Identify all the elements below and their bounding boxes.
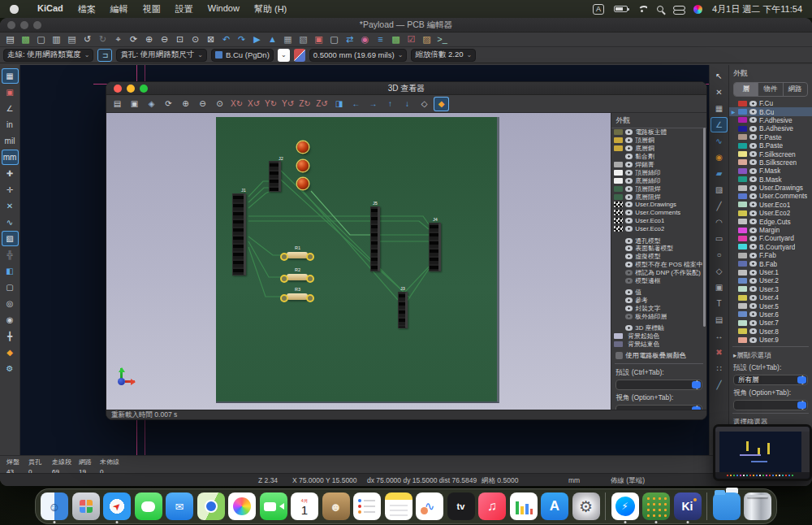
layer-row[interactable]: ▶ F.Cu <box>729 99 812 107</box>
layer-color-swatch[interactable] <box>738 236 747 241</box>
finder-icon[interactable]: ☺ <box>41 492 68 520</box>
layer-dropdown-button[interactable]: ⌄ <box>278 49 290 62</box>
visibility-eye-icon[interactable] <box>749 159 757 165</box>
pcb-app-icon[interactable] <box>642 492 670 520</box>
layer-display-options[interactable]: ▸層顯示選項 <box>729 349 812 362</box>
rotate-x-cw-icon[interactable]: X↻ <box>229 97 244 111</box>
photos-icon[interactable] <box>228 492 256 520</box>
layer-row[interactable]: ▶ B.Fab <box>729 259 812 267</box>
layer-row[interactable]: ▶ User.7 <box>729 319 812 327</box>
visibility-eye-icon[interactable] <box>749 151 757 157</box>
mirror-v-icon[interactable]: ▲ <box>266 33 279 46</box>
layer-color-swatch[interactable] <box>738 185 747 191</box>
facetime-icon[interactable] <box>260 492 287 520</box>
ungroup-icon[interactable]: ▧ <box>296 33 310 46</box>
layer-row[interactable]: ▶ User.9 <box>729 336 812 344</box>
layer-color-swatch[interactable] <box>738 337 747 343</box>
units-inch-icon[interactable]: in <box>2 117 19 132</box>
pads-display-icon[interactable]: ◎ <box>2 296 19 311</box>
via-display-icon[interactable]: ◉ <box>2 312 19 328</box>
interactive-tools-icon[interactable]: ⚙ <box>2 361 19 376</box>
rotate-ccw-icon[interactable]: ↶ <box>219 33 233 46</box>
refresh-view-icon[interactable]: ⟳ <box>161 97 176 111</box>
layer-row[interactable]: ▶ B.Mask <box>729 176 812 184</box>
place-via-icon[interactable]: ◉ <box>710 150 728 165</box>
menu-settings[interactable]: 設置 <box>175 3 193 15</box>
update-pcb-icon[interactable]: ▩ <box>389 33 403 46</box>
rotate-y-cw-icon[interactable]: Y↻ <box>263 97 279 111</box>
safari-icon[interactable]: ➤ <box>103 492 131 520</box>
layer-row[interactable]: ▶ User.Drawings <box>729 184 812 192</box>
refresh-icon[interactable]: ⟳ <box>127 33 140 46</box>
menu-help[interactable]: 幫助 (H) <box>254 3 287 15</box>
layer-color-swatch[interactable] <box>738 168 747 174</box>
apple-menu-icon[interactable] <box>10 5 19 14</box>
scrollbar[interactable] <box>703 128 706 327</box>
delete-tool-icon[interactable]: ✖ <box>710 345 728 360</box>
print-icon[interactable]: ▥ <box>50 33 63 46</box>
dock-separator[interactable] <box>706 492 707 520</box>
active-layer-select[interactable]: B.Cu (PgDn) <box>211 49 274 62</box>
visibility-eye-icon[interactable] <box>625 218 633 223</box>
layer-color-swatch[interactable] <box>738 159 747 165</box>
group-icon[interactable]: ▦ <box>281 33 295 46</box>
find-icon[interactable]: ⌖ <box>111 33 125 46</box>
pcb-titlebar[interactable]: *Payload — PCB 編輯器 <box>0 18 812 33</box>
visibility-eye-icon[interactable] <box>625 162 633 167</box>
freeform-icon[interactable]: ∿ <box>416 492 443 520</box>
outline-mode-icon[interactable]: ▢ <box>2 280 19 295</box>
footprint-display-icon[interactable]: ◧ <box>2 263 19 279</box>
viewer-layer-row[interactable]: 板外絲印層 <box>611 313 706 321</box>
layer-color-swatch[interactable] <box>738 101 747 106</box>
visibility-eye-icon[interactable] <box>625 245 633 251</box>
ratsnest-icon[interactable]: ✕ <box>2 198 19 214</box>
visibility-eye-icon[interactable] <box>625 194 633 200</box>
maps-icon[interactable] <box>197 492 225 520</box>
layer-row[interactable]: ▶ User.Comments <box>729 192 812 200</box>
viewer-layer-row[interactable]: User.Comments <box>611 209 706 217</box>
zoom-in-icon[interactable]: ⊕ <box>178 97 193 111</box>
visibility-eye-icon[interactable] <box>625 170 633 176</box>
visibility-eye-icon[interactable] <box>749 244 757 249</box>
visibility-eye-icon[interactable] <box>749 101 757 106</box>
layer-color-swatch[interactable] <box>738 311 747 317</box>
zoom-fit-icon[interactable]: ⊡ <box>173 33 187 46</box>
visibility-eye-icon[interactable] <box>749 228 757 233</box>
curved-ratsnest-icon[interactable]: ∿ <box>2 215 19 230</box>
viewer-layer-row[interactable]: 頂層銅 <box>611 137 706 145</box>
visibility-eye-icon[interactable] <box>625 226 633 232</box>
layer-row[interactable]: ▶ Margin <box>729 226 812 234</box>
layer-row[interactable]: ▶ B.Cu <box>729 107 812 115</box>
layer-color-swatch[interactable] <box>738 303 747 309</box>
contacts-icon[interactable]: ☻ <box>322 492 350 520</box>
visibility-eye-icon[interactable] <box>625 262 633 267</box>
scripting-console-icon[interactable]: >_ <box>435 33 449 46</box>
viewer-layer-row[interactable]: 電路板主體 <box>611 128 706 137</box>
layer-color-swatch[interactable] <box>738 202 747 207</box>
rotate-cw-icon[interactable]: ↷ <box>235 33 248 46</box>
layer-color-swatch[interactable] <box>738 295 747 301</box>
viewport-select[interactable] <box>733 400 808 410</box>
visibility-eye-icon[interactable] <box>749 337 757 343</box>
visibility-eye-icon[interactable] <box>625 270 633 276</box>
viewer-layer-row[interactable]: 值 <box>611 289 706 297</box>
visibility-eye-icon[interactable] <box>749 261 757 267</box>
raytracing-icon[interactable]: ◆ <box>434 97 449 111</box>
visibility-eye-icon[interactable] <box>749 311 757 317</box>
tab-nets[interactable]: 網路 <box>784 83 807 96</box>
visibility-eye-icon[interactable] <box>749 143 757 149</box>
line-tool-icon[interactable]: ╱ <box>710 198 728 214</box>
layer-row[interactable]: ▶ User.6 <box>729 310 812 319</box>
layer-color-swatch[interactable] <box>738 117 747 123</box>
tab-objects[interactable]: 物件 <box>758 83 783 96</box>
visibility-eye-icon[interactable] <box>625 297 633 303</box>
pan-down-icon[interactable]: ↓ <box>400 97 415 111</box>
viewer-layer-row[interactable]: User.Eco2 <box>611 225 706 233</box>
visibility-eye-icon[interactable] <box>749 185 757 191</box>
units-mm-icon[interactable]: mm <box>2 150 19 165</box>
layer-row[interactable]: ▶ User.2 <box>729 276 812 284</box>
visibility-eye-icon[interactable] <box>625 154 633 159</box>
lock-icon[interactable]: ▣ <box>312 33 326 46</box>
visibility-eye-icon[interactable] <box>749 210 757 216</box>
tab-layers[interactable]: 層 <box>734 83 758 96</box>
